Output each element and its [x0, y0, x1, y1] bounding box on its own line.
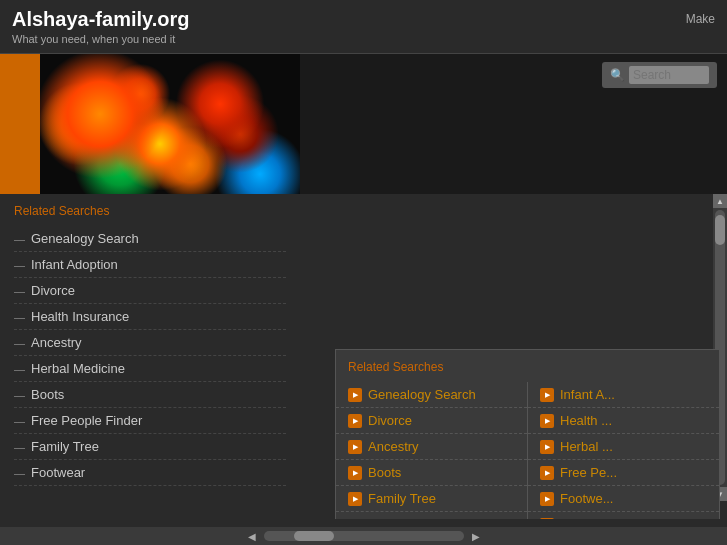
overlay-item-shoes[interactable]: Shoes ... [528, 512, 719, 519]
sidebar-item-health[interactable]: — Health Insurance [14, 304, 286, 330]
overlay-item-label: Affordable Health Insurance [367, 517, 515, 519]
sidebar-item-genealogy[interactable]: — Genealogy Search [14, 226, 286, 252]
search-box-area: 🔍 [602, 62, 717, 88]
scroll-thumb[interactable] [715, 215, 725, 245]
overlay-item-infant[interactable]: Infant A... [528, 382, 719, 408]
site-title: Alshaya-family.org [12, 8, 189, 31]
bullet-icon [540, 414, 554, 428]
h-scroll-track [264, 531, 464, 541]
site-tagline: What you need, when you need it [12, 33, 189, 45]
bullet-icon [540, 388, 554, 402]
overlay-item-divorce[interactable]: Divorce [336, 408, 527, 434]
orange-strip [0, 54, 40, 194]
bullet-icon [348, 440, 362, 454]
scroll-left-button[interactable]: ◀ [248, 531, 256, 542]
arrow-icon: — [14, 415, 25, 427]
sidebar-item-label: Herbal Medicine [31, 361, 125, 376]
bullet-icon [540, 518, 554, 520]
header-left: Alshaya-family.org What you need, when y… [12, 8, 189, 45]
sidebar-item-label: Boots [31, 387, 64, 402]
sidebar-item-herbal[interactable]: — Herbal Medicine [14, 356, 286, 382]
overlay-item-label: Family Tree [368, 491, 436, 506]
arrow-icon: — [14, 441, 25, 453]
bullet-icon [348, 492, 362, 506]
overlay-item-label: Free Pe... [560, 465, 617, 480]
overlay-item-ancestry[interactable]: Ancestry [336, 434, 527, 460]
arrow-icon: — [14, 363, 25, 375]
overlay-item-free-pe[interactable]: Free Pe... [528, 460, 719, 486]
sidebar-item-label: Ancestry [31, 335, 82, 350]
bullet-icon [348, 466, 362, 480]
bullet-icon [540, 466, 554, 480]
overlay-item-footwe[interactable]: Footwe... [528, 486, 719, 512]
sidebar-item-label: Footwear [31, 465, 85, 480]
overlay-item-label: Divorce [368, 413, 412, 428]
search-icon: 🔍 [610, 68, 625, 82]
overlay-item-label: Genealogy Search [368, 387, 476, 402]
bullet-icon [540, 492, 554, 506]
sidebar-item-family-tree[interactable]: — Family Tree [14, 434, 286, 460]
sidebar-item-infant[interactable]: — Infant Adoption [14, 252, 286, 278]
overlay-item-label: Infant A... [560, 387, 615, 402]
sidebar-item-label: Infant Adoption [31, 257, 118, 272]
arrow-icon: — [14, 389, 25, 401]
arrow-icon: — [14, 233, 25, 245]
sidebar-related-title: Related Searches [14, 204, 286, 218]
overlay-item-herbal[interactable]: Herbal ... [528, 434, 719, 460]
overlay-item-label: Health ... [560, 413, 612, 428]
scroll-up-button[interactable]: ▲ [713, 194, 727, 208]
arrow-icon: — [14, 311, 25, 323]
overlay-related-title: Related Searches [336, 360, 719, 382]
overlay-item-label: Herbal ... [560, 439, 613, 454]
overlay-item-genealogy[interactable]: Genealogy Search [336, 382, 527, 408]
overlay-panel: Related Searches Genealogy Search Divorc… [335, 349, 720, 519]
bullet-icon [348, 388, 362, 402]
banner: 🔍 [0, 54, 727, 194]
sidebar: Related Searches — Genealogy Search — In… [0, 194, 300, 519]
bullet-icon [348, 414, 362, 428]
make-link[interactable]: Make [686, 12, 715, 26]
sidebar-item-label: Divorce [31, 283, 75, 298]
sidebar-item-label: Genealogy Search [31, 231, 139, 246]
scroll-right-button[interactable]: ▶ [472, 531, 480, 542]
search-input[interactable] [629, 66, 709, 84]
overlay-item-label: Footwe... [560, 491, 613, 506]
horizontal-scrollbar[interactable]: ◀ ▶ [0, 527, 727, 545]
sidebar-item-footwear[interactable]: — Footwear [14, 460, 286, 486]
sidebar-item-label: Family Tree [31, 439, 99, 454]
bullet-icon [540, 440, 554, 454]
h-scroll-thumb[interactable] [294, 531, 334, 541]
overlay-item-family-tree[interactable]: Family Tree [336, 486, 527, 512]
overlay-item-boots[interactable]: Boots [336, 460, 527, 486]
banner-image [40, 54, 300, 194]
sidebar-item-label: Health Insurance [31, 309, 129, 324]
overlay-item-label: Boots [368, 465, 401, 480]
arrow-icon: — [14, 337, 25, 349]
sidebar-item-ancestry[interactable]: — Ancestry [14, 330, 286, 356]
sidebar-item-free-people[interactable]: — Free People Finder [14, 408, 286, 434]
overlay-item-health-ins[interactable]: Health ... [528, 408, 719, 434]
overlay-item-affordable-health[interactable]: Affordable Health Insurance [336, 512, 527, 519]
arrow-icon: — [14, 467, 25, 479]
sidebar-item-divorce[interactable]: — Divorce [14, 278, 286, 304]
arrow-icon: — [14, 285, 25, 297]
overlay-item-label: Ancestry [368, 439, 419, 454]
arrow-icon: — [14, 259, 25, 271]
sidebar-item-label: Free People Finder [31, 413, 142, 428]
header: Alshaya-family.org What you need, when y… [0, 0, 727, 54]
sidebar-item-boots[interactable]: — Boots [14, 382, 286, 408]
overlay-item-label: Shoes ... [560, 517, 611, 519]
